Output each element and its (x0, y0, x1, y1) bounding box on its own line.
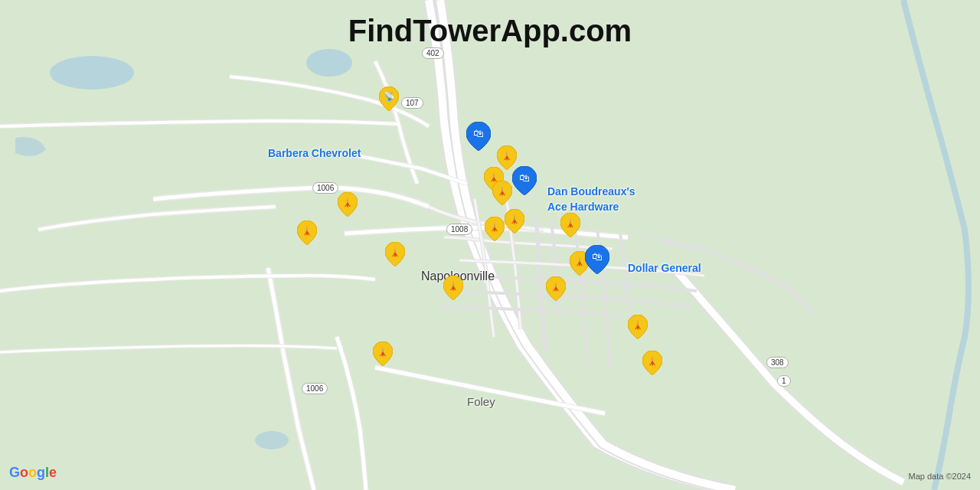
road-label-1: 1 (777, 375, 791, 387)
road-label-1006a: 1006 (312, 182, 338, 194)
place-label-dan-boudreaux: Dan Boudreaux's (547, 185, 635, 198)
svg-text:🗼: 🗼 (632, 319, 643, 330)
tower-pin-t2[interactable]: 🗼 (338, 192, 358, 217)
svg-point-2 (306, 49, 352, 77)
svg-rect-0 (0, 0, 980, 490)
tower-pin-t16[interactable]: 🗼 (373, 341, 393, 366)
svg-text:🗼: 🗼 (489, 221, 500, 232)
tower-pin-t14[interactable]: 🗼 (628, 315, 648, 339)
svg-point-1 (50, 56, 134, 90)
svg-text:🗼: 🗼 (550, 281, 561, 292)
map-container[interactable]: FindTowerApp.com 📡 🗼 🗼 🗼 🗼 🗼 🗼 🗼 (0, 0, 980, 490)
tower-pin-t11[interactable]: 🗼 (560, 213, 580, 237)
road-label-107: 107 (401, 97, 423, 109)
map-background (0, 0, 980, 490)
svg-text:🗼: 🗼 (565, 217, 576, 228)
svg-text:🗼: 🗼 (647, 355, 658, 366)
svg-text:🗼: 🗼 (390, 247, 400, 257)
svg-text:📡: 📡 (384, 90, 395, 102)
tower-pin-t3[interactable]: 🗼 (297, 220, 317, 245)
svg-text:🗼: 🗼 (497, 185, 508, 196)
tower-pin-t1[interactable]: 📡 (379, 87, 399, 111)
place-label-dollar-general: Dollar General (628, 262, 701, 274)
svg-text:🛍: 🛍 (519, 172, 530, 184)
tower-pin-t15[interactable]: 🗼 (642, 351, 662, 375)
road-label-1006b: 1006 (302, 383, 328, 394)
road-label-308: 308 (766, 357, 789, 368)
tower-pin-t10[interactable]: 🗼 (505, 209, 524, 234)
shop-pin-s1[interactable]: 🛍 (466, 122, 491, 151)
tower-pin-t13[interactable]: 🗼 (546, 276, 566, 301)
svg-point-3 (255, 431, 289, 449)
tower-pin-t4[interactable]: 🗼 (385, 242, 405, 266)
road-label-1008: 1008 (446, 224, 472, 235)
shop-pin-s3[interactable]: 🛍 (585, 245, 609, 274)
tower-pin-t7[interactable]: 🗼 (492, 181, 512, 205)
svg-text:🗼: 🗼 (501, 150, 512, 161)
tower-pin-t5[interactable]: 🗼 (443, 276, 463, 300)
svg-text:🛍: 🛍 (473, 127, 484, 139)
shop-pin-s2[interactable]: 🛍 (512, 166, 537, 195)
tower-pin-t9[interactable]: 🗼 (485, 217, 505, 241)
place-label-foley: Foley (467, 395, 495, 408)
map-data-attribution: Map data ©2024 (909, 472, 972, 481)
svg-text:🗼: 🗼 (574, 256, 585, 266)
svg-text:🗼: 🗼 (342, 197, 353, 207)
site-title: FindTowerApp.com (348, 14, 632, 48)
road-label-402: 402 (422, 47, 444, 59)
svg-text:🗼: 🗼 (509, 214, 520, 224)
svg-text:🗼: 🗼 (302, 225, 312, 236)
place-label-ace-hardware: Ace Hardware (547, 201, 619, 213)
svg-text:🗼: 🗼 (377, 346, 388, 357)
google-logo: Google (9, 465, 57, 481)
svg-text:🛍: 🛍 (592, 250, 603, 263)
place-label-barbera: Barbera Chevrolet (268, 147, 361, 159)
svg-text:🗼: 🗼 (448, 280, 459, 291)
